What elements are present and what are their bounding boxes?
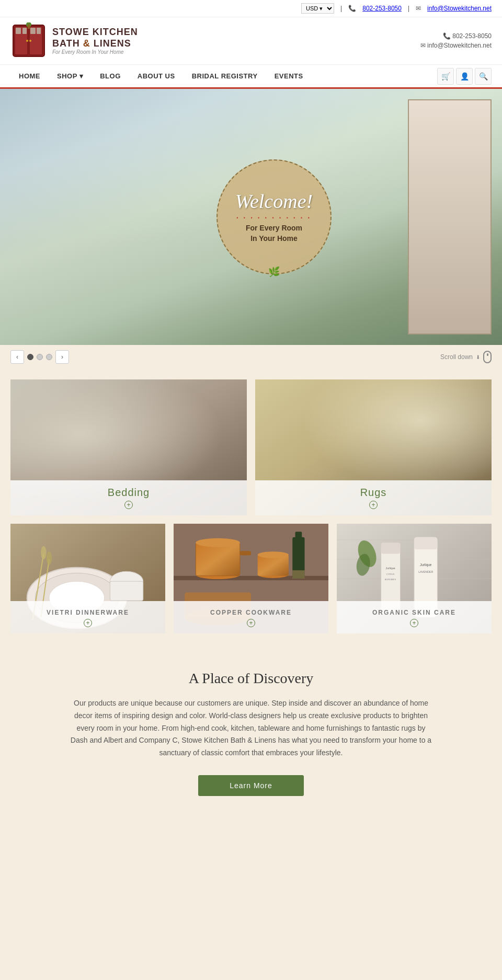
svg-rect-58: [295, 532, 302, 540]
logo[interactable]: STOWE KITCHEN BATH & LINENS For Every Ro…: [10, 22, 138, 59]
slider-prev[interactable]: ‹: [10, 350, 24, 364]
header-email-link[interactable]: info@Stowekitchen.net: [427, 42, 492, 49]
scroll-mouse-dot: [487, 353, 488, 356]
phone-icon-header: 📞: [443, 32, 451, 40]
svg-rect-59: [292, 570, 304, 579]
product-row-large: Bedding +: [10, 379, 492, 515]
nav-home[interactable]: HOME: [10, 65, 49, 87]
scroll-text: Scroll down: [440, 353, 473, 361]
svg-rect-32: [428, 390, 470, 398]
svg-rect-14: [52, 421, 105, 458]
product-section: Bedding +: [0, 369, 502, 644]
discovery-section: A Place of Discovery Our products are un…: [0, 644, 502, 827]
rugs-label: Rugs +: [255, 480, 492, 515]
cart-button[interactable]: 🛒: [437, 68, 454, 85]
product-row-small: VIETRI DINNERWARE +: [10, 524, 492, 633]
slider-next[interactable]: ›: [55, 350, 69, 364]
svg-rect-72: [414, 537, 437, 549]
hero-tagline: For Every RoomIn Your Home: [246, 223, 302, 244]
bedding-plus[interactable]: +: [124, 501, 133, 509]
product-card-rugs[interactable]: ARC Rugs +: [255, 379, 492, 515]
bedding-label: Bedding +: [10, 480, 247, 515]
email-icon: ✉: [416, 5, 421, 12]
dinnerware-title: VIETRI DINNERWARE: [47, 609, 129, 616]
slider-controls: ‹ › Scroll down ⬇: [0, 345, 502, 369]
logo-tagline: For Every Room In Your Home: [52, 49, 138, 55]
svg-text:CITRUS: CITRUS: [386, 573, 395, 575]
svg-rect-51: [196, 543, 240, 575]
svg-rect-6: [22, 28, 27, 34]
phone-divider: |: [340, 5, 342, 12]
header-email: ✉ info@Stowekitchen.net: [420, 42, 492, 49]
nav-about[interactable]: ABOUT US: [129, 65, 184, 87]
product-card-bedding[interactable]: Bedding +: [10, 379, 247, 515]
rugs-title: Rugs: [360, 487, 387, 498]
svg-rect-7: [30, 28, 36, 34]
account-button[interactable]: 👤: [456, 68, 473, 85]
svg-rect-8: [37, 28, 41, 34]
learn-more-button[interactable]: Learn More: [198, 775, 304, 796]
svg-point-4: [29, 40, 31, 42]
dot-3[interactable]: [46, 354, 52, 360]
scroll-mouse-icon: [483, 351, 492, 363]
svg-rect-13: [37, 406, 94, 445]
svg-rect-67: [381, 543, 401, 554]
svg-rect-43: [110, 581, 143, 601]
logo-line2: BATH & LINENS: [52, 38, 131, 49]
svg-text:AGRUMES: AGRUMES: [385, 578, 396, 581]
dot-1[interactable]: [27, 354, 33, 360]
rugs-plus[interactable]: +: [369, 501, 378, 509]
svg-rect-12: [21, 411, 84, 453]
svg-rect-53: [240, 551, 251, 555]
phone-icon: 📞: [348, 5, 356, 12]
svg-point-3: [26, 40, 28, 42]
dot-2[interactable]: [37, 354, 43, 360]
logo-line1: STOWE KITCHEN: [52, 27, 138, 37]
dinnerware-label: VIETRI DINNERWARE +: [10, 601, 165, 633]
logo-icon: [10, 22, 47, 59]
svg-text:ARC: ARC: [445, 415, 454, 420]
svg-point-47: [47, 551, 52, 564]
header-phone-link[interactable]: 802-253-8050: [452, 32, 492, 40]
discovery-body: Our products are unique because our cust…: [68, 697, 434, 759]
logo-text: STOWE KITCHEN BATH & LINENS For Every Ro…: [52, 27, 138, 55]
svg-point-52: [196, 538, 240, 547]
main-nav: HOME SHOP ▾ BLOG ABOUT US BRIDAL REGISTR…: [0, 65, 502, 89]
svg-point-37: [477, 394, 492, 412]
slider-dots: ‹ ›: [10, 350, 69, 364]
svg-point-22: [178, 455, 185, 459]
email-address[interactable]: info@Stowekitchen.net: [427, 5, 492, 12]
cookware-title: COPPER COOKWARE: [210, 609, 292, 616]
nav-icons: 🛒 👤 🔍: [437, 68, 492, 85]
cookware-label: COPPER COOKWARE +: [174, 601, 328, 633]
header-phone: 📞 802-253-8050: [420, 32, 492, 40]
svg-text:Jurlique: Jurlique: [420, 563, 432, 567]
product-card-skincare[interactable]: Jurlique CITRUS AGRUMES Jurlique LAVENDE…: [337, 524, 492, 633]
nav-events[interactable]: EVENTS: [266, 65, 312, 87]
nav-bridal[interactable]: BRIDAL REGISTRY: [184, 65, 266, 87]
svg-point-46: [41, 546, 47, 559]
nav-blog[interactable]: BLOG: [92, 65, 129, 87]
svg-point-56: [258, 551, 289, 558]
top-bar: USD ▾ EUR ▾ | 📞 802-253-8050 | ✉ info@St…: [0, 0, 502, 17]
hero-slider: Welcome! • • • • • • • • • • • For Every…: [0, 89, 502, 345]
search-button[interactable]: 🔍: [475, 68, 492, 85]
welcome-text: Welcome!: [235, 190, 313, 213]
bedding-title: Bedding: [108, 487, 150, 498]
email-icon-header: ✉: [420, 42, 426, 49]
svg-text:Jurlique: Jurlique: [385, 567, 395, 570]
welcome-dots: • • • • • • • • • • •: [236, 215, 312, 221]
skincare-plus[interactable]: +: [410, 619, 418, 627]
discovery-title: A Place of Discovery: [42, 670, 460, 687]
product-card-dinnerware[interactable]: VIETRI DINNERWARE +: [10, 524, 165, 633]
nav-shop[interactable]: SHOP ▾: [49, 65, 92, 87]
currency-selector[interactable]: USD ▾ EUR ▾: [301, 3, 334, 14]
cookware-plus[interactable]: +: [247, 619, 255, 627]
dinnerware-plus[interactable]: +: [84, 619, 92, 627]
svg-text:LAVENDER: LAVENDER: [418, 570, 433, 573]
phone-number[interactable]: 802-253-8050: [362, 5, 402, 12]
skincare-title: ORGANIC SKIN CARE: [372, 609, 456, 616]
hero-welcome-circle: Welcome! • • • • • • • • • • • For Every…: [216, 159, 332, 274]
svg-rect-31: [428, 390, 470, 447]
product-card-cookware[interactable]: COPPER COOKWARE +: [174, 524, 328, 633]
